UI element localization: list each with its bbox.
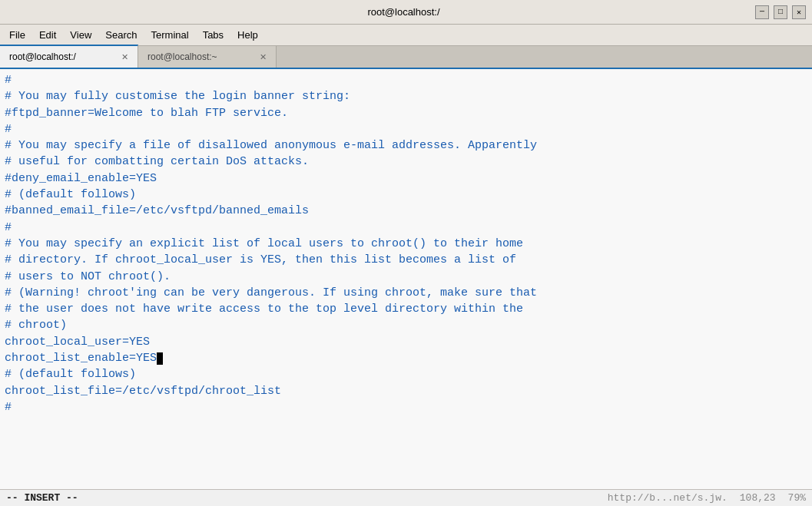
menu-view[interactable]: View bbox=[64, 28, 98, 42]
terminal-line: chroot_list_file=/etc/vsftpd/chroot_list bbox=[5, 383, 807, 399]
statusbar-position: 108,23 bbox=[740, 492, 776, 504]
terminal-line: # You may specify a file of disallowed a… bbox=[5, 137, 807, 154]
terminal-line: # the user does not have write access to… bbox=[5, 301, 807, 317]
terminal-line: # (default follows) bbox=[5, 187, 807, 203]
titlebar: root@localhost:/ ─ □ ✕ bbox=[0, 0, 812, 25]
tabbar: root@localhost:/ ✕ root@localhost:~ ✕ bbox=[0, 46, 812, 69]
terminal-line: # bbox=[5, 72, 807, 88]
tab-close-1[interactable]: ✕ bbox=[121, 52, 128, 62]
titlebar-controls: ─ □ ✕ bbox=[755, 5, 806, 19]
close-button[interactable]: ✕ bbox=[792, 5, 806, 19]
maximize-button[interactable]: □ bbox=[774, 5, 787, 19]
tab-localhost-root[interactable]: root@localhost:/ ✕ bbox=[0, 45, 138, 68]
menu-help[interactable]: Help bbox=[231, 28, 264, 42]
terminal-line: # (Warning! chroot'ing can be very dange… bbox=[5, 285, 807, 301]
tab-localhost-home[interactable]: root@localhost:~ ✕ bbox=[138, 46, 277, 68]
terminal-line: chroot_list_enable=YES bbox=[5, 350, 807, 366]
terminal-line: # users to NOT chroot(). bbox=[5, 269, 807, 285]
vim-mode: -- INSERT -- bbox=[6, 492, 78, 504]
terminal-line: # You may fully customise the login bann… bbox=[5, 88, 807, 104]
statusbar-scroll: 79% bbox=[788, 492, 806, 504]
terminal-cursor bbox=[157, 352, 163, 365]
terminal-content: ## You may fully customise the login ban… bbox=[0, 69, 812, 489]
terminal-line: #banned_email_file=/etc/vsftpd/banned_em… bbox=[5, 203, 807, 219]
tab-close-2[interactable]: ✕ bbox=[260, 52, 267, 62]
menu-edit[interactable]: Edit bbox=[33, 28, 62, 42]
terminal-line: # bbox=[5, 220, 807, 236]
terminal-line: # directory. If chroot_local_user is YES… bbox=[5, 252, 807, 268]
terminal-line: # (default follows) bbox=[5, 366, 807, 382]
terminal[interactable]: ## You may fully customise the login ban… bbox=[0, 69, 812, 489]
menu-terminal[interactable]: Terminal bbox=[145, 28, 195, 42]
terminal-line: chroot_local_user=YES bbox=[5, 334, 807, 350]
titlebar-title: root@localhost:/ bbox=[52, 6, 755, 18]
terminal-line: # bbox=[5, 121, 807, 137]
menu-search[interactable]: Search bbox=[99, 28, 143, 42]
statusbar: -- INSERT -- http://b...net/s.jw. 108,23… bbox=[0, 489, 812, 506]
menubar: File Edit View Search Terminal Tabs Help bbox=[0, 25, 812, 46]
menu-file[interactable]: File bbox=[3, 28, 31, 42]
terminal-line: # chroot) bbox=[5, 317, 807, 333]
tab-label-2: root@localhost:~ bbox=[147, 51, 217, 62]
terminal-line: #ftpd_banner=Welcome to blah FTP service… bbox=[5, 105, 807, 121]
terminal-line: #deny_email_enable=YES bbox=[5, 170, 807, 187]
terminal-line: # You may specify an explicit list of lo… bbox=[5, 236, 807, 252]
minimize-button[interactable]: ─ bbox=[755, 5, 769, 19]
statusbar-right: http://b...net/s.jw. 108,23 79% bbox=[608, 492, 806, 504]
terminal-line: # useful for combatting certain DoS atta… bbox=[5, 154, 807, 170]
tab-label-1: root@localhost:/ bbox=[9, 51, 76, 62]
menu-tabs[interactable]: Tabs bbox=[197, 28, 230, 42]
terminal-line: # bbox=[5, 399, 807, 415]
statusbar-url: http://b...net/s.jw. bbox=[608, 492, 727, 504]
